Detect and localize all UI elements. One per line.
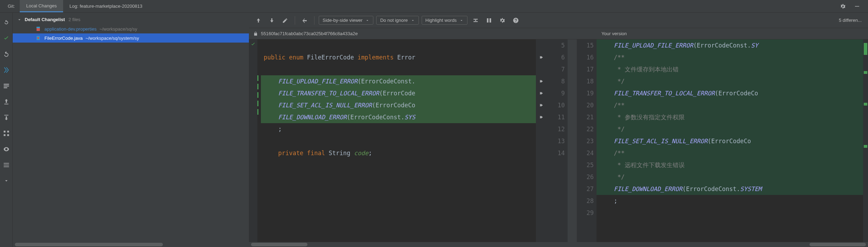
error-stripe[interactable] <box>863 39 868 242</box>
h-scrollbar-changes[interactable] <box>15 243 163 246</box>
file-name: application-dev.properties <box>44 26 97 32</box>
code-line[interactable]: FILE_SET_ACL_IS_NULL_ERROR(ErrorCodeCo <box>597 135 863 147</box>
tab-log[interactable]: Log: feature-marketplace-20200813 <box>63 0 149 12</box>
code-line[interactable]: * 远程文件下载发生错误 <box>597 159 863 171</box>
unshelve-icon[interactable] <box>3 114 10 122</box>
apply-right-icon[interactable] <box>539 102 545 108</box>
diff-toolbar: Side-by-side viewer Do not ignore Highli… <box>249 13 868 28</box>
apply-right-icon[interactable] <box>539 114 545 120</box>
chevron-down-icon <box>365 18 369 23</box>
diff-left-pane[interactable]: public enum FileErrorCode implements Err… <box>249 39 536 242</box>
next-diff-icon[interactable] <box>267 15 277 26</box>
file-count: 2 files <box>68 17 80 22</box>
svg-rect-10 <box>4 166 9 167</box>
collapse-unchanged-icon[interactable] <box>470 15 481 26</box>
code-line[interactable] <box>261 39 536 51</box>
revision-hash: 55160fac71fcab0abc73ca025b4f766c8a433a2e <box>261 31 358 36</box>
diff-area: Side-by-side viewer Do not ignore Highli… <box>249 13 868 247</box>
tool-gutter <box>0 13 13 247</box>
svg-rect-3 <box>4 87 7 88</box>
code-line[interactable]: * 文件缓存到本地出错 <box>597 63 863 75</box>
minimize-icon[interactable] <box>852 2 862 11</box>
svg-rect-12 <box>37 27 40 28</box>
code-line[interactable]: /** <box>597 99 863 111</box>
git-label: Git: <box>3 4 20 9</box>
code-line[interactable]: */ <box>597 171 863 183</box>
code-line[interactable]: * 参数没有指定文件权限 <box>597 111 863 123</box>
h-scrollbar-left-diff[interactable] <box>251 243 307 246</box>
apply-right-icon[interactable] <box>539 90 545 96</box>
highlight-dropdown[interactable]: Highlight words <box>422 16 468 25</box>
tab-local-changes[interactable]: Local Changes <box>20 0 63 12</box>
code-line[interactable]: /** <box>597 147 863 159</box>
code-line[interactable]: FILE_UPLOAD_FILE_ERROR(ErrorCodeConst.SY <box>597 39 863 51</box>
lock-icon <box>253 31 258 36</box>
apply-right-icon[interactable] <box>539 78 545 84</box>
viewer-dropdown[interactable]: Side-by-side viewer <box>319 16 373 25</box>
svg-rect-1 <box>4 84 9 85</box>
code-line[interactable]: FILE_SET_ACL_IS_NULL_ERROR(ErrorCodeCo <box>261 99 536 111</box>
edit-icon[interactable] <box>280 15 291 26</box>
shelve-icon[interactable] <box>3 66 10 75</box>
code-line[interactable] <box>597 207 863 219</box>
apply-right-icon[interactable] <box>539 55 545 60</box>
refresh-icon[interactable] <box>3 19 10 27</box>
diff-headers: 55160fac71fcab0abc73ca025b4f766c8a433a2e… <box>249 28 868 39</box>
svg-point-14 <box>37 37 39 39</box>
code-line[interactable]: ; <box>261 123 536 135</box>
file-path: ~/workspace/sq/system/sy <box>85 36 139 41</box>
group-by-icon[interactable] <box>3 130 10 138</box>
svg-rect-8 <box>4 163 9 164</box>
svg-rect-4 <box>4 131 5 133</box>
diff-count: 5 differen... <box>839 18 864 23</box>
changelist-icon[interactable] <box>3 82 10 90</box>
code-line[interactable] <box>261 63 536 75</box>
code-line[interactable] <box>261 135 536 147</box>
file-item-java[interactable]: FileErrorCode.java ~/workspace/sq/system… <box>13 33 249 43</box>
sync-scroll-icon[interactable] <box>484 15 494 26</box>
file-icon <box>35 26 42 32</box>
svg-rect-0 <box>855 6 859 7</box>
gear-icon[interactable] <box>497 15 508 26</box>
changelist-title: Default Changelist <box>25 17 65 22</box>
code-line[interactable]: private final String code; <box>261 147 536 159</box>
code-line[interactable]: FILE_DOWNLOAD_ERROR(ErrorCodeConst.SYSTE… <box>597 183 863 195</box>
changelist-node[interactable]: Default Changelist 2 files <box>13 13 249 24</box>
commit-check-icon[interactable] <box>3 35 10 43</box>
svg-rect-9 <box>4 165 9 165</box>
preview-icon[interactable] <box>3 146 10 154</box>
prev-diff-icon[interactable] <box>253 15 264 26</box>
code-line[interactable]: FILE_TRANSFER_TO_LOCAL_ERROR(ErrorCodeCo <box>597 87 863 99</box>
diff-right-pane[interactable]: FILE_UPLOAD_FILE_ERROR(ErrorCodeConst.SY… <box>597 39 868 242</box>
back-icon[interactable] <box>299 15 310 26</box>
svg-rect-2 <box>4 86 9 87</box>
code-line[interactable]: /** <box>597 51 863 63</box>
chevron-down-icon <box>459 18 464 23</box>
code-line[interactable]: FILE_DOWNLOAD_ERROR(ErrorCodeConst.SYS <box>261 111 536 123</box>
rollback-icon[interactable] <box>3 51 10 59</box>
help-icon[interactable] <box>511 15 521 26</box>
your-version-label: Your version <box>601 31 627 36</box>
code-line[interactable]: ; <box>597 195 863 207</box>
svg-rect-5 <box>4 134 5 136</box>
h-scrollbar-right-diff[interactable] <box>809 243 866 246</box>
whitespace-dropdown[interactable]: Do not ignore <box>376 16 418 25</box>
gear-icon[interactable] <box>838 2 848 11</box>
code-line[interactable]: FILE_UPLOAD_FILE_ERROR(ErrorCodeConst. <box>261 75 536 87</box>
push-icon[interactable] <box>3 98 10 106</box>
code-line[interactable]: public enum FileErrorCode implements Err… <box>261 51 536 63</box>
svg-rect-15 <box>487 18 489 23</box>
file-item-properties[interactable]: application-dev.properties ~/workspace/s… <box>13 24 249 33</box>
svg-rect-7 <box>7 134 9 136</box>
svg-rect-6 <box>7 131 9 133</box>
file-icon <box>35 35 42 41</box>
chevron-down-icon <box>17 17 22 22</box>
expand-all-icon[interactable] <box>3 162 10 170</box>
git-topbar: Git: Local Changes Log: feature-marketpl… <box>0 0 868 13</box>
code-line[interactable]: */ <box>597 123 863 135</box>
svg-rect-16 <box>490 18 491 23</box>
code-line[interactable]: FILE_TRANSFER_TO_LOCAL_ERROR(ErrorCode <box>261 87 536 99</box>
code-line[interactable]: */ <box>597 75 863 87</box>
more-icon[interactable] <box>3 177 10 185</box>
changes-panel: Default Changelist 2 files application-d… <box>13 13 249 247</box>
